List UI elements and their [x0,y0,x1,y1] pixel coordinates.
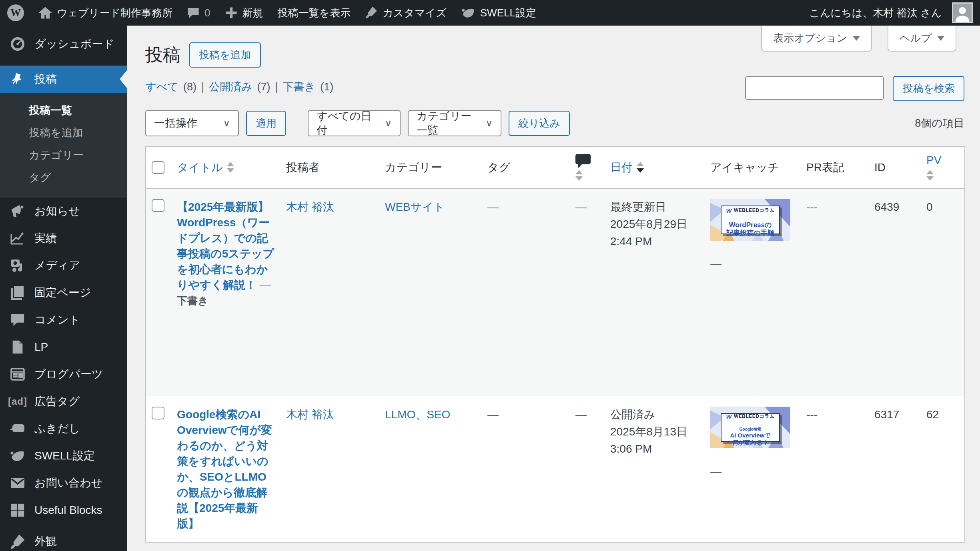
sort-arrows [227,162,234,173]
new-content-menu[interactable]: 新規 [218,0,271,26]
ad-tag-icon: [ad] [9,396,26,407]
thumbnail-card: WWEBLEEDコラム Google検索 AI Overviewで 何が変わる？ [721,413,780,442]
pr-value: --- [806,408,818,421]
author-link[interactable]: 木村 裕汰 [286,408,334,421]
date-status: 公開済み [610,407,699,422]
greeting-text: こんにちは、木村 裕汰 さん [809,6,942,20]
bulk-actions-select[interactable]: 一括操作 ∨ [145,110,239,136]
submenu-item-categories[interactable]: カテゴリー [0,144,127,166]
sidebar-item-results[interactable]: 実績 [0,225,127,252]
wordpress-logo-menu[interactable]: W [0,0,31,26]
search-posts-button[interactable]: 投稿を検索 [893,76,964,101]
row-checkbox[interactable] [152,199,164,212]
sidebar-item-comments[interactable]: コメント [0,306,127,333]
sidebar-item-label: 投稿 [34,72,57,87]
thumb-brand-text: WEBLEEDコラム [734,203,775,218]
comment-bubble-icon [187,6,200,19]
screen-meta-links: 表示オプション ヘルプ [761,26,956,52]
sidebar-item-lp[interactable]: LP [0,333,127,361]
view-draft-link[interactable]: 下書き [283,80,316,94]
view-published-link[interactable]: 公開済み [209,80,253,94]
post-state-draft: 下書き [177,295,208,307]
time-value: 2:44 PM [610,234,699,249]
thumb-headline: WordPressの [729,221,772,229]
sidebar-item-pages[interactable]: 固定ページ [0,279,127,306]
sidebar-item-posts[interactable]: 投稿 [0,66,127,93]
view-posts-label: 投稿一覧を表示 [278,6,351,20]
view-all-link[interactable]: すべて [145,80,178,94]
sidebar-item-ad-tags[interactable]: [ad] 広告タグ [0,388,127,415]
swell-icon [9,448,26,464]
thumb-kicker: Google検索 [740,427,761,432]
my-account-menu[interactable]: こんにちは、木村 裕汰 さん [802,0,980,26]
sidebar-item-label: Useful Blocks [34,504,102,517]
thumb-brand-text: WEBLEEDコラム [734,409,775,424]
featured-image-thumbnail[interactable]: WWEBLEEDコラム WordPressの 記事投稿の手順 [710,199,790,241]
sidebar-item-label: 外観 [34,534,57,549]
add-post-button[interactable]: 投稿を追加 [189,42,261,68]
post-title-link[interactable]: Google検索のAI Overviewで何が変わるのか、どう対策をすればいいの… [177,408,272,530]
sidebar-item-media[interactable]: メディア [0,252,127,279]
sort-by-pv[interactable]: PV [926,154,959,181]
pv-count: 62 [926,408,939,421]
view-published-count: (7) [257,81,271,93]
help-button[interactable]: ヘルプ [888,26,956,52]
author-link[interactable]: 木村 裕汰 [286,201,334,213]
swell-settings-menu[interactable]: SWELL設定 [454,0,543,26]
post-title-link[interactable]: 【2025年最新版】WordPress（ワードプレス）での記事投稿の5ステップを… [177,201,274,291]
category-link[interactable]: LLMO、SEO [385,408,450,421]
featured-image-thumbnail[interactable]: WWEBLEEDコラム Google検索 AI Overviewで 何が変わる？ [710,407,790,448]
view-posts-menu[interactable]: 投稿一覧を表示 [271,0,358,26]
sidebar-item-contact[interactable]: お問い合わせ [0,469,127,497]
row-checkbox[interactable] [152,407,164,419]
webleed-logo-icon: W [726,203,732,218]
sidebar-item-label: LP [34,341,48,353]
blocks-icon [9,503,26,518]
sidebar-item-label: ブログパーツ [34,367,103,382]
customize-label: カスタマイズ [383,6,447,20]
sidebar-item-label: SWELL設定 [34,448,95,463]
chevron-down-icon: ∨ [485,118,493,129]
screen-options-button[interactable]: 表示オプション [761,26,872,52]
sort-by-date[interactable]: 日付 [610,160,699,175]
submenu-item-all-posts[interactable]: 投稿一覧 [0,99,127,122]
sort-by-title[interactable]: タイトル [177,160,275,175]
date-status: 最終更新日 [610,199,699,215]
comments-menu[interactable]: 0 [180,0,217,26]
search-input[interactable] [745,76,884,100]
thumbnail-card: WWEBLEEDコラム WordPressの 記事投稿の手順 [721,206,780,234]
sidebar-item-useful-blocks[interactable]: Useful Blocks [0,497,127,524]
post-id: 6439 [874,201,899,213]
sidebar-item-news[interactable]: お知らせ [0,198,127,225]
sidebar-item-label: ふきだし [34,421,80,436]
submenu-item-add-post[interactable]: 投稿を追加 [0,122,127,144]
select-all-checkbox[interactable] [152,161,164,174]
swell-icon [461,6,475,20]
site-name-menu[interactable]: ウェブリード制作事務所 [31,0,180,26]
chevron-down-icon: ∨ [223,118,230,129]
sidebar-item-swell-settings[interactable]: SWELL設定 [0,442,127,469]
sidebar-item-blog-parts[interactable]: ブログパーツ [0,361,127,388]
sidebar-item-dashboard[interactable]: ダッシュボード [0,30,127,58]
pages-icon [9,285,26,301]
filter-button[interactable]: 絞り込み [509,111,570,136]
comments-empty: — [575,408,587,421]
wordpress-logo-icon: W [7,4,24,21]
date-value: 2025年8月29日 [610,216,699,232]
state-separator: — [259,279,271,291]
views-separator: | [275,81,278,93]
sort-by-comments[interactable] [575,154,599,181]
thumb-headline: 何が変わる？ [732,439,768,446]
site-name: ウェブリード制作事務所 [57,6,172,20]
submenu-item-tags[interactable]: タグ [0,166,127,189]
category-link[interactable]: WEBサイト [385,201,445,213]
date-filter-select[interactable]: すべての日付 ∨ [308,110,401,136]
sidebar-item-speech-bubble[interactable]: ふきだし [0,415,127,442]
person-icon [954,4,971,22]
webleed-logo-icon: W [726,409,732,424]
search-box: 投稿を検索 [745,76,964,101]
sidebar-item-appearance[interactable]: 外観 [0,528,127,551]
category-filter-select[interactable]: カテゴリー一覧 ∨ [408,110,501,136]
apply-button[interactable]: 適用 [246,111,286,136]
customize-menu[interactable]: カスタマイズ [358,0,454,26]
